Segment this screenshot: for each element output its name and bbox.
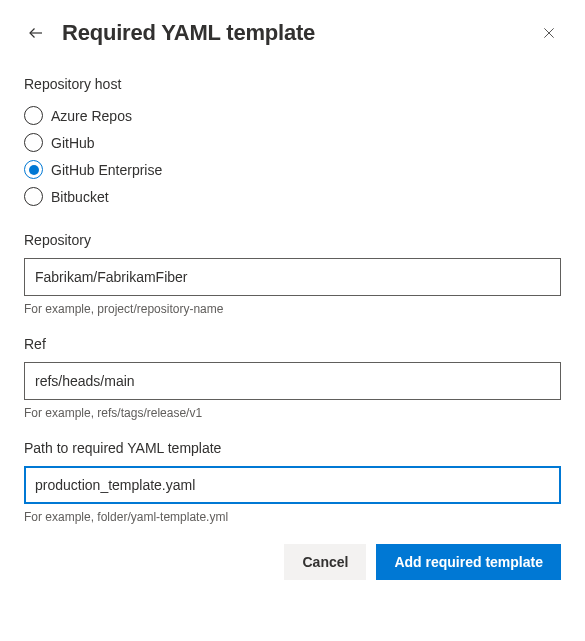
path-label: Path to required YAML template [24, 440, 561, 456]
radio-icon [24, 106, 43, 125]
path-helper: For example, folder/yaml-template.yml [24, 510, 561, 524]
radio-azure-repos[interactable]: Azure Repos [24, 102, 561, 129]
dialog-header: Required YAML template [24, 20, 561, 46]
radio-github[interactable]: GitHub [24, 129, 561, 156]
repository-host-group: Azure Repos GitHub GitHub Enterprise Bit… [24, 102, 561, 210]
radio-icon [24, 133, 43, 152]
radio-label: Azure Repos [51, 108, 132, 124]
radio-icon [24, 160, 43, 179]
path-field: Path to required YAML template For examp… [24, 440, 561, 524]
back-button[interactable] [24, 21, 48, 45]
repository-helper: For example, project/repository-name [24, 302, 561, 316]
arrow-left-icon [27, 24, 45, 42]
ref-field: Ref For example, refs/tags/release/v1 [24, 336, 561, 420]
path-input[interactable] [24, 466, 561, 504]
radio-icon [24, 187, 43, 206]
repository-label: Repository [24, 232, 561, 248]
repository-field: Repository For example, project/reposito… [24, 232, 561, 316]
radio-github-enterprise[interactable]: GitHub Enterprise [24, 156, 561, 183]
submit-button[interactable]: Add required template [376, 544, 561, 580]
radio-label: GitHub Enterprise [51, 162, 162, 178]
repository-input[interactable] [24, 258, 561, 296]
radio-label: Bitbucket [51, 189, 109, 205]
radio-bitbucket[interactable]: Bitbucket [24, 183, 561, 210]
close-icon [542, 26, 556, 40]
dialog-footer: Cancel Add required template [24, 544, 561, 580]
cancel-button[interactable]: Cancel [284, 544, 366, 580]
dialog-title: Required YAML template [62, 20, 523, 46]
repository-host-label: Repository host [24, 76, 561, 92]
dialog-panel: Required YAML template Repository host A… [0, 0, 585, 604]
close-button[interactable] [537, 21, 561, 45]
ref-input[interactable] [24, 362, 561, 400]
ref-helper: For example, refs/tags/release/v1 [24, 406, 561, 420]
ref-label: Ref [24, 336, 561, 352]
radio-label: GitHub [51, 135, 95, 151]
